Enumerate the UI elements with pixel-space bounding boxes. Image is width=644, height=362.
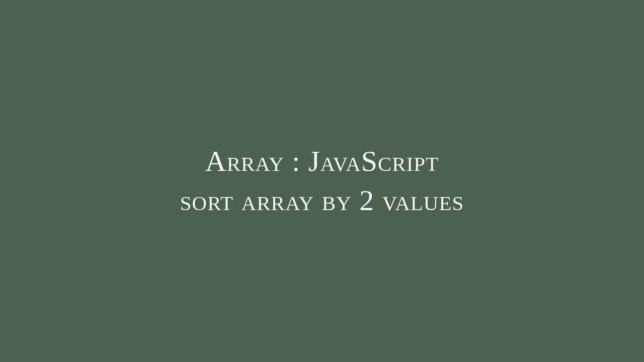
title-card: Array : JavaScript sort array by 2 value… [150, 142, 494, 221]
title-line-2: sort array by 2 values [180, 181, 464, 220]
title-line-1: Array : JavaScript [180, 142, 464, 181]
